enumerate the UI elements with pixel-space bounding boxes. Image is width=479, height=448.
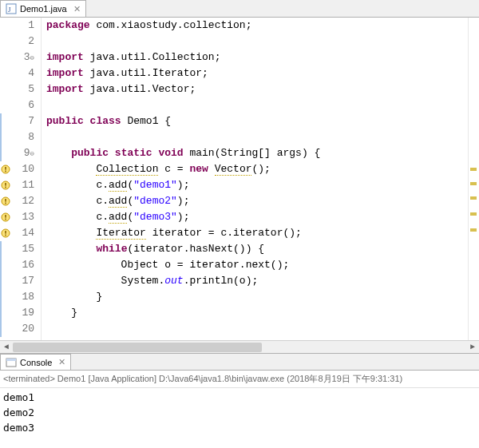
gutter-marker bbox=[0, 257, 11, 273]
gutter-marker bbox=[0, 97, 11, 113]
gutter-marker bbox=[0, 50, 11, 65]
svg-rect-16 bbox=[5, 235, 6, 236]
console-line: demo1 bbox=[3, 390, 476, 405]
gutter-marker bbox=[0, 81, 11, 97]
warning-icon bbox=[0, 209, 11, 225]
code-line[interactable] bbox=[46, 34, 468, 50]
code-line[interactable] bbox=[46, 97, 468, 113]
gutter-marker bbox=[0, 65, 11, 81]
close-icon[interactable]: ✕ bbox=[58, 357, 65, 367]
svg-rect-9 bbox=[5, 199, 6, 202]
editor-tab[interactable]: J Demo1.java ✕ bbox=[0, 0, 86, 17]
code-line[interactable]: package com.xiaostudy.collection; bbox=[46, 18, 468, 34]
scroll-right-arrow-icon[interactable]: ► bbox=[466, 342, 479, 353]
gutter-marker bbox=[0, 113, 11, 129]
scroll-thumb[interactable] bbox=[13, 343, 262, 352]
scroll-track[interactable] bbox=[13, 342, 466, 353]
svg-rect-10 bbox=[5, 203, 6, 204]
fold-toggle-icon[interactable]: ⊖ bbox=[30, 54, 34, 62]
code-line[interactable]: c.add("demo1"); bbox=[46, 177, 468, 193]
line-number: 19 bbox=[11, 305, 34, 321]
code-line[interactable] bbox=[46, 129, 468, 145]
svg-rect-12 bbox=[5, 215, 6, 218]
java-file-icon: J bbox=[6, 3, 17, 14]
svg-rect-7 bbox=[5, 187, 6, 188]
svg-text:J: J bbox=[8, 6, 11, 14]
close-icon[interactable]: ✕ bbox=[73, 4, 81, 14]
gutter-marker bbox=[0, 305, 11, 321]
line-number: 14 bbox=[11, 225, 34, 241]
line-number: 20 bbox=[11, 321, 34, 337]
code-line[interactable] bbox=[46, 321, 468, 337]
console-panel: <terminated> Demo1 [Java Application] D:… bbox=[0, 371, 479, 448]
code-line[interactable]: System.out.println(o); bbox=[46, 273, 468, 289]
gutter-marker bbox=[0, 321, 11, 337]
svg-rect-15 bbox=[5, 231, 6, 234]
line-number: 7 bbox=[11, 113, 34, 129]
marker-bar bbox=[0, 18, 11, 340]
gutter-marker bbox=[0, 145, 11, 161]
line-number: 18 bbox=[11, 289, 34, 305]
code-line[interactable]: public class Demo1 { bbox=[46, 113, 468, 129]
editor-tab-bar: J Demo1.java ✕ bbox=[0, 0, 479, 18]
svg-rect-4 bbox=[5, 171, 6, 172]
code-line[interactable]: import java.util.Vector; bbox=[46, 81, 468, 97]
line-number: 13 bbox=[11, 209, 34, 225]
code-line[interactable]: Object o = iterator.next(); bbox=[46, 257, 468, 273]
line-number: 4 bbox=[11, 65, 34, 81]
code-line[interactable]: Collection c = new Vector(); bbox=[46, 161, 468, 177]
code-area[interactable]: package com.xiaostudy.collection;import … bbox=[42, 18, 468, 340]
line-number: 10 bbox=[11, 161, 34, 177]
line-number: 16 bbox=[11, 257, 34, 273]
console-line: demo3 bbox=[3, 420, 476, 435]
line-number: 12 bbox=[11, 193, 34, 209]
line-number: 5 bbox=[11, 81, 34, 97]
console-output[interactable]: demo1demo2demo3 bbox=[0, 388, 479, 437]
editor-tab-label: Demo1.java bbox=[20, 4, 67, 14]
line-number: 9⊖ bbox=[11, 145, 34, 161]
line-number-gutter: 123⊖456789⊖1011121314151617181920 bbox=[11, 18, 42, 340]
scroll-left-arrow-icon[interactable]: ◄ bbox=[0, 342, 13, 353]
line-number: 8 bbox=[11, 129, 34, 145]
console-icon bbox=[6, 357, 17, 368]
code-line[interactable]: Iterator iterator = c.iterator(); bbox=[46, 225, 468, 241]
line-number: 6 bbox=[11, 97, 34, 113]
line-number: 11 bbox=[11, 177, 34, 193]
code-line[interactable]: c.add("demo3"); bbox=[46, 209, 468, 225]
gutter-marker bbox=[0, 129, 11, 145]
svg-rect-3 bbox=[5, 167, 6, 170]
code-line[interactable]: } bbox=[46, 289, 468, 305]
gutter-marker bbox=[0, 241, 11, 257]
line-number: 15 bbox=[11, 241, 34, 257]
code-editor[interactable]: 123⊖456789⊖1011121314151617181920 packag… bbox=[0, 18, 479, 340]
fold-toggle-icon[interactable]: ⊖ bbox=[30, 150, 34, 158]
line-number: 3⊖ bbox=[11, 50, 34, 65]
console-line: demo2 bbox=[3, 405, 476, 420]
warning-icon bbox=[0, 193, 11, 209]
gutter-marker bbox=[0, 34, 11, 50]
overview-ruler[interactable] bbox=[468, 18, 479, 340]
gutter-marker bbox=[0, 289, 11, 305]
console-header: <terminated> Demo1 [Java Application] D:… bbox=[0, 371, 479, 388]
horizontal-scrollbar[interactable]: ◄ ► bbox=[0, 340, 479, 353]
gutter-marker bbox=[0, 18, 11, 34]
warning-icon bbox=[0, 225, 11, 241]
warning-icon bbox=[0, 161, 11, 177]
code-line[interactable]: c.add("demo2"); bbox=[46, 193, 468, 209]
warning-icon bbox=[0, 177, 11, 193]
code-line[interactable]: import java.util.Collection; bbox=[46, 50, 468, 65]
code-line[interactable]: } bbox=[46, 305, 468, 321]
line-number: 2 bbox=[11, 34, 34, 50]
svg-rect-6 bbox=[5, 183, 6, 186]
code-line[interactable]: while(iterator.hasNext()) { bbox=[46, 241, 468, 257]
svg-rect-18 bbox=[6, 359, 16, 361]
gutter-marker bbox=[0, 273, 11, 289]
console-tab[interactable]: Console ✕ bbox=[0, 354, 71, 370]
line-number: 1 bbox=[11, 18, 34, 34]
console-tab-bar: Console ✕ bbox=[0, 353, 479, 371]
console-tab-label: Console bbox=[20, 358, 52, 367]
line-number: 17 bbox=[11, 273, 34, 289]
svg-rect-13 bbox=[5, 219, 6, 220]
code-line[interactable]: public static void main(String[] args) { bbox=[46, 145, 468, 161]
code-line[interactable]: import java.util.Iterator; bbox=[46, 65, 468, 81]
